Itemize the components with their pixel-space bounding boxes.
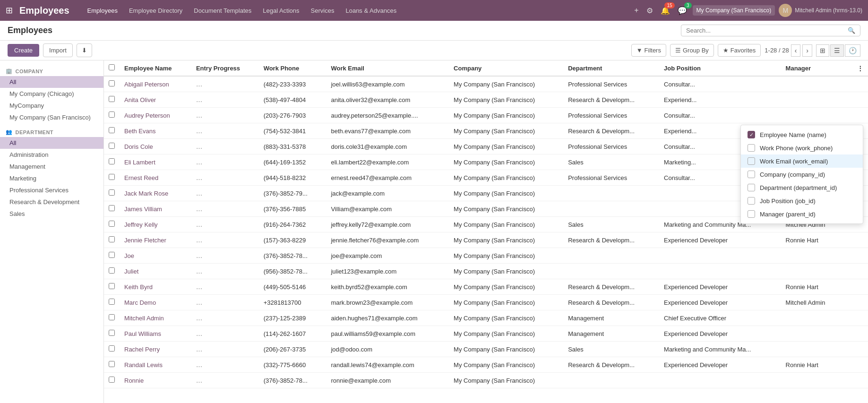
row-employee-name[interactable]: Jeffrey Kelly [120, 217, 191, 232]
col-work-email[interactable]: Work Email [326, 60, 449, 76]
col-option-company[interactable]: Company (company_id) [741, 168, 863, 181]
sidebar-company-chicago[interactable]: My Company (Chicago) [0, 88, 103, 100]
row-employee-name[interactable]: Mitchell Admin [120, 310, 191, 326]
sidebar-dept-all[interactable]: All [0, 137, 103, 149]
row-entry-progress[interactable]: ... [191, 264, 259, 279]
row-employee-name[interactable]: Ernest Reed [120, 170, 191, 186]
row-checkbox[interactable] [109, 377, 115, 383]
col-option-job-position[interactable]: Job Position (job_id) [741, 194, 863, 207]
row-employee-name[interactable]: Marc Demo [120, 295, 191, 310]
col-options[interactable]: ⋮ [852, 60, 868, 76]
row-entry-progress[interactable]: ... [191, 342, 259, 357]
filters-button[interactable]: ▼ Filters [631, 44, 666, 57]
row-checkbox[interactable] [109, 236, 115, 242]
col-option-department[interactable]: Department (department_id) [741, 181, 863, 194]
plus-icon[interactable]: + [632, 4, 640, 17]
chat-icon[interactable]: 💬3 [676, 4, 689, 17]
group-by-button[interactable]: ☰ Group By [670, 44, 714, 57]
row-checkbox[interactable] [109, 158, 115, 164]
row-checkbox[interactable] [109, 345, 115, 352]
search-input[interactable] [686, 27, 848, 34]
favorites-button[interactable]: ★ Favorites [718, 44, 761, 57]
row-checkbox[interactable] [109, 80, 115, 86]
row-entry-progress[interactable]: ... [191, 170, 259, 186]
row-checkbox[interactable] [109, 361, 115, 367]
nav-legal-actions[interactable]: Legal Actions [258, 5, 304, 16]
row-entry-progress[interactable]: ... [191, 232, 259, 248]
gear-icon[interactable]: ⚙ [645, 4, 655, 17]
col-option-work-email[interactable]: Work Email (work_email) [741, 154, 863, 168]
import-button[interactable]: Import [43, 43, 73, 57]
row-entry-progress[interactable]: ... [191, 295, 259, 310]
company-selector[interactable]: My Company (San Francisco) [693, 5, 775, 16]
row-employee-name[interactable]: James Villiam [120, 201, 191, 217]
sidebar-company-mycompany[interactable]: MyCompany [0, 100, 103, 111]
next-page-button[interactable]: › [802, 44, 812, 57]
col-employee-name[interactable]: Employee Name [120, 60, 191, 76]
row-checkbox[interactable] [109, 330, 115, 336]
row-entry-progress[interactable]: ... [191, 139, 259, 154]
row-entry-progress[interactable]: ... [191, 373, 259, 388]
col-manager[interactable]: Manager [781, 60, 852, 76]
row-checkbox[interactable] [109, 127, 115, 133]
nav-employee-directory[interactable]: Employee Directory [124, 5, 187, 16]
sidebar-company-all[interactable]: All [0, 76, 103, 88]
prev-page-button[interactable]: ‹ [791, 44, 801, 57]
row-entry-progress[interactable]: ... [191, 310, 259, 326]
row-employee-name[interactable]: Abigail Peterson [120, 76, 191, 92]
user-menu[interactable]: M Mitchell Admin (hrms-13.0) [779, 4, 862, 17]
row-employee-name[interactable]: Ronnie [120, 373, 191, 388]
row-employee-name[interactable]: Keith Byrd [120, 279, 191, 295]
sidebar-company-sf[interactable]: My Company (San Francisco) [0, 111, 103, 123]
select-all-checkbox[interactable] [109, 64, 115, 70]
download-button[interactable]: ⬇ [77, 43, 92, 57]
row-entry-progress[interactable]: ... [191, 201, 259, 217]
clock-view-button[interactable]: 🕐 [845, 44, 860, 57]
row-entry-progress[interactable]: ... [191, 123, 259, 139]
row-entry-progress[interactable]: ... [191, 154, 259, 170]
nav-services[interactable]: Services [306, 5, 339, 16]
col-entry-progress[interactable]: Entry Progress [191, 60, 259, 76]
sidebar-dept-marketing[interactable]: Marketing [0, 172, 103, 184]
list-view-button[interactable]: ☰ [830, 44, 844, 57]
col-company[interactable]: Company [449, 60, 563, 76]
row-employee-name[interactable]: Rachel Perry [120, 342, 191, 357]
sidebar-dept-sales[interactable]: Sales [0, 208, 103, 220]
row-employee-name[interactable]: Audrey Peterson [120, 108, 191, 123]
row-employee-name[interactable]: Doris Cole [120, 139, 191, 154]
row-checkbox[interactable] [109, 299, 115, 305]
sidebar-dept-professional-services[interactable]: Professional Services [0, 184, 103, 196]
nav-document-templates[interactable]: Document Templates [189, 5, 256, 16]
row-employee-name[interactable]: Joe [120, 248, 191, 264]
row-entry-progress[interactable]: ... [191, 326, 259, 342]
row-checkbox[interactable] [109, 96, 115, 102]
grid-view-button[interactable]: ⊞ [816, 44, 829, 57]
col-department[interactable]: Department [563, 60, 659, 76]
row-checkbox[interactable] [109, 252, 115, 258]
row-checkbox[interactable] [109, 189, 115, 196]
bell-icon[interactable]: 🔔15 [659, 4, 672, 17]
nav-employees[interactable]: Employees [83, 5, 122, 16]
row-entry-progress[interactable]: ... [191, 357, 259, 373]
create-button[interactable]: Create [8, 44, 39, 57]
sidebar-dept-rd[interactable]: Research & Development [0, 196, 103, 208]
row-checkbox[interactable] [109, 111, 115, 118]
row-checkbox[interactable] [109, 283, 115, 289]
apps-icon[interactable]: ⊞ [6, 5, 13, 16]
row-employee-name[interactable]: Eli Lambert [120, 154, 191, 170]
row-entry-progress[interactable]: ... [191, 248, 259, 264]
col-option-employee-name[interactable]: ✓ Employee Name (name) [741, 128, 863, 141]
row-checkbox[interactable] [109, 205, 115, 211]
col-job-position[interactable]: Job Position [659, 60, 781, 76]
row-checkbox[interactable] [109, 267, 115, 274]
row-entry-progress[interactable]: ... [191, 108, 259, 123]
sidebar-dept-management[interactable]: Management [0, 161, 103, 172]
row-employee-name[interactable]: Juliet [120, 264, 191, 279]
row-employee-name[interactable]: Anita Oliver [120, 92, 191, 108]
row-entry-progress[interactable]: ... [191, 92, 259, 108]
row-employee-name[interactable]: Randall Lewis [120, 357, 191, 373]
search-icon[interactable]: 🔍 [848, 27, 855, 34]
nav-loans[interactable]: Loans & Advances [341, 5, 401, 16]
col-work-phone[interactable]: Work Phone [259, 60, 327, 76]
sidebar-dept-administration[interactable]: Administration [0, 149, 103, 161]
